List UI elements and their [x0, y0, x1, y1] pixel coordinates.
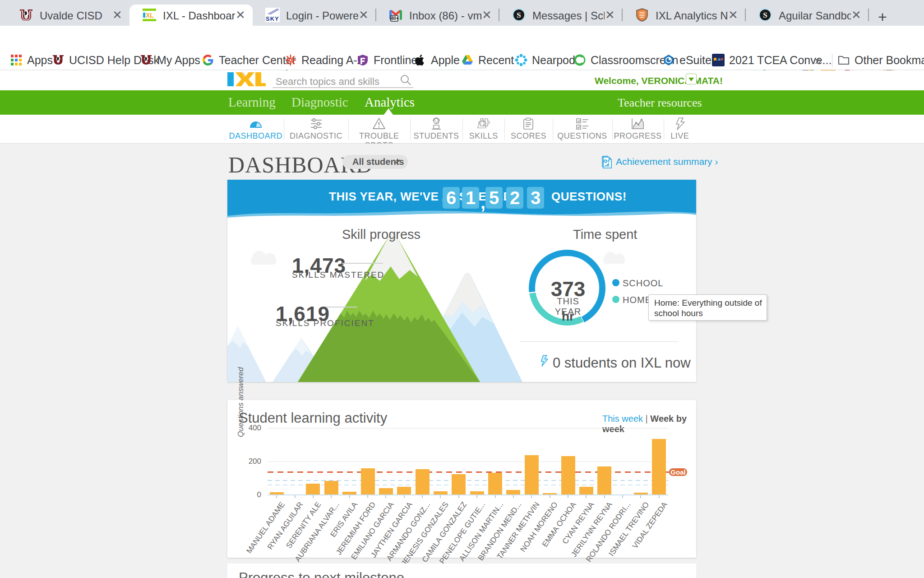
svg-text:SKY: SKY	[266, 15, 279, 22]
svg-text:S: S	[517, 11, 521, 19]
svg-text:80+: 80+	[391, 16, 399, 21]
svg-text:S: S	[763, 11, 767, 19]
svg-text:XL: XL	[146, 12, 154, 19]
